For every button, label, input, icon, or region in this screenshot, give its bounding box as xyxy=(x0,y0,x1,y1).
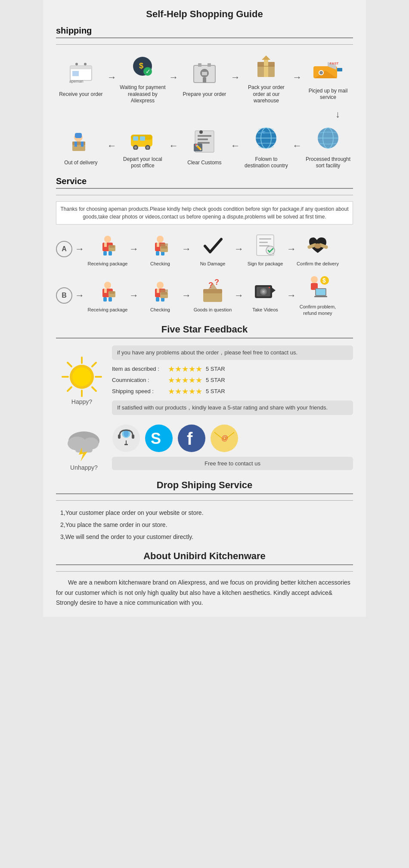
delivery-icon xyxy=(65,126,96,157)
flow-receive-order: apeman Receive your order xyxy=(57,58,105,98)
step-b-question-icon: ? ? xyxy=(199,277,226,305)
svg-rect-39 xyxy=(140,136,145,141)
svg-text:f: f xyxy=(187,429,193,448)
svg-rect-13 xyxy=(208,63,211,67)
payment-label: Waiting for payment realeased by Aliexpr… xyxy=(119,84,166,105)
step-a-check: Checking xyxy=(139,231,182,267)
step-a-nodamage: No Damage xyxy=(191,231,234,267)
svg-line-122 xyxy=(68,363,71,366)
svg-point-81 xyxy=(314,243,321,249)
svg-rect-45 xyxy=(198,135,211,137)
svg-point-78 xyxy=(266,246,275,255)
svg-rect-68 xyxy=(157,243,159,247)
step-b-receive-label: Receiving package xyxy=(88,307,128,313)
svg-rect-15 xyxy=(202,72,207,75)
step-a-sign-label: Sign for package xyxy=(248,261,283,267)
svg-rect-34 xyxy=(74,142,77,147)
feedback-title: Five Star Feedback xyxy=(56,324,353,339)
skype-icon: S xyxy=(145,424,173,452)
arrow-down: ↓ xyxy=(56,109,340,120)
mail-label: Picjed up by mail service xyxy=(304,88,352,101)
contact-icons-row: S f @ xyxy=(112,424,353,452)
drop-shipping-list: 1,Your customer place order on your webs… xyxy=(56,507,353,543)
svg-point-89 xyxy=(157,282,164,289)
feedback-count-2: 5 STAR xyxy=(206,377,225,383)
about-text: We are a newborn kitchenware brand on Al… xyxy=(56,578,353,608)
svg-point-106 xyxy=(263,291,264,292)
svg-point-41 xyxy=(134,146,137,149)
customs-icon: ✏️ xyxy=(189,126,220,157)
service-section-header: Service xyxy=(56,176,353,189)
step-b-check: Checking xyxy=(139,277,182,313)
shipping-row-2: Out of delivery ← Depart your local post… xyxy=(56,123,353,169)
svg-rect-135 xyxy=(132,434,134,439)
feedback-label-3: Shipping speed : xyxy=(112,388,168,394)
feedback-row-1: Item as described : ★★★★★ 5 STAR xyxy=(112,364,353,374)
sort-icon xyxy=(313,123,344,154)
happy-sun-icon xyxy=(60,355,103,398)
step-a-sign: Sign for package xyxy=(244,231,287,267)
prepare-label: Prepare your order xyxy=(183,91,226,98)
step-a-arrow-2: → xyxy=(182,243,191,255)
svg-rect-137 xyxy=(124,444,128,445)
svg-point-25 xyxy=(319,71,323,74)
svg-rect-28 xyxy=(337,68,342,71)
svg-rect-1 xyxy=(70,66,92,69)
destination-label: Folown to destination country xyxy=(242,156,290,169)
svg-point-66 xyxy=(157,236,164,243)
arrow-3: → xyxy=(231,72,240,83)
flow-delivery: Out of delivery xyxy=(57,126,105,166)
drop-item-1: 1,Your customer place order on your webs… xyxy=(60,507,353,519)
svg-rect-35 xyxy=(81,142,84,147)
svg-text:$: $ xyxy=(322,277,326,284)
svg-rect-62 xyxy=(103,251,107,255)
svg-rect-85 xyxy=(103,297,107,302)
svg-point-117 xyxy=(72,367,91,386)
row-a-arrow-start: → xyxy=(75,243,84,255)
flow-customs: ✏️ Clear Customs xyxy=(181,126,228,166)
unhappy-cloud-icon xyxy=(62,424,105,462)
svg-text:✓: ✓ xyxy=(146,68,151,75)
step-b-arrow-4: → xyxy=(287,290,296,301)
svg-rect-91 xyxy=(157,289,159,293)
step-a-nodamage-icon xyxy=(199,231,226,259)
step-a-check-label: Checking xyxy=(150,261,170,267)
step-a-arrow-4: → xyxy=(287,243,296,255)
svg-text:@: @ xyxy=(221,434,228,442)
svg-text:FAST: FAST xyxy=(330,62,339,65)
step-b-video-icon xyxy=(251,277,279,305)
step-b-refund: $ Confirm problem, refund money xyxy=(296,274,339,316)
step-b-check-label: Checking xyxy=(150,307,170,313)
flow-mail: FAST Picjed up by mail service xyxy=(304,54,352,101)
svg-text:✏️: ✏️ xyxy=(195,144,202,151)
feedback-happy-msg: if you have any problems about the order… xyxy=(112,345,353,360)
step-a-receive: Receiving package xyxy=(86,231,129,267)
flow-prepare: Prepare your order xyxy=(181,58,228,98)
step-a-sign-icon xyxy=(251,231,279,259)
unhappy-label: Unhappy? xyxy=(70,464,98,471)
feedback-label-2: Coumnication : xyxy=(112,377,168,383)
step-b-question-label: Goods in question xyxy=(194,307,232,313)
svg-rect-107 xyxy=(269,287,270,288)
main-title: Self-Help Shopping Guide xyxy=(56,9,353,20)
svg-rect-72 xyxy=(161,246,167,249)
arrow-5: ← xyxy=(107,140,117,151)
svg-rect-75 xyxy=(259,238,271,240)
svg-rect-113 xyxy=(314,296,327,297)
svg-rect-46 xyxy=(198,139,208,140)
row-b-arrow-start: → xyxy=(75,290,84,301)
svg-rect-76 xyxy=(259,242,268,243)
prepare-icon xyxy=(189,58,220,89)
flow-pack: Pack your order order at our warehouse xyxy=(242,51,290,105)
arrow-8: ← xyxy=(292,140,302,151)
step-a-receive-label: Receiving package xyxy=(88,261,128,267)
svg-rect-95 xyxy=(161,292,167,295)
feedback-stars-2: ★★★★★ xyxy=(168,376,202,385)
svg-point-4 xyxy=(84,63,87,65)
payment-icon: $ ✓ xyxy=(127,51,158,82)
service-row-b: B → Receiving package → xyxy=(56,274,353,316)
unhappy-right: S f @ Free free to contact us xyxy=(112,424,353,470)
svg-rect-88 xyxy=(109,291,115,294)
step-a-confirm-icon xyxy=(304,231,332,259)
svg-rect-32 xyxy=(75,133,82,138)
